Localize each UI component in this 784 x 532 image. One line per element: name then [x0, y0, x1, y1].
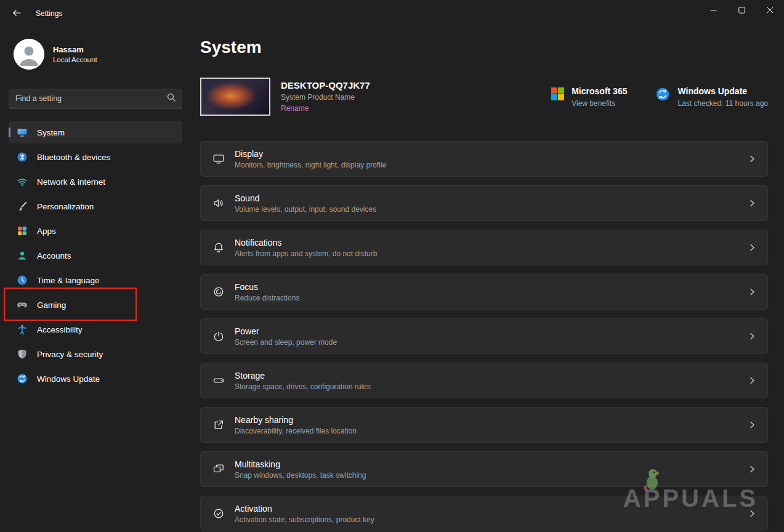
settings-row-sound[interactable]: Sound Volume levels, output, input, soun…	[200, 185, 768, 221]
settings-row-multitasking[interactable]: Multitasking Snap windows, desktops, tas…	[200, 451, 768, 487]
main-content: System DESKTOP-QQ7JK77 System Product Na…	[191, 27, 784, 532]
windows-update-subtitle: Last checked: 11 hours ago	[677, 99, 768, 108]
time-language-icon	[17, 275, 28, 286]
sidebar-item-accounts[interactable]: Accounts	[9, 244, 182, 267]
sidebar-item-accessibility[interactable]: Accessibility	[9, 318, 182, 341]
minimize-icon	[710, 6, 717, 15]
sidebar-item-network-internet[interactable]: Network & internet	[9, 171, 182, 193]
apps-icon	[17, 225, 28, 236]
row-subtitle: Activation state, subscriptions, product…	[235, 515, 374, 524]
sidebar-item-time-language[interactable]: Time & language	[9, 269, 182, 291]
sidebar-item-label: Network & internet	[37, 177, 105, 187]
maximize-button[interactable]	[727, 0, 756, 21]
row-subtitle: Discoverability, received files location	[235, 427, 357, 435]
settings-row-nearby-sharing[interactable]: Nearby sharing Discoverability, received…	[200, 407, 768, 443]
device-name: DESKTOP-QQ7JK77	[281, 80, 370, 91]
sidebar-item-label: Accounts	[37, 251, 71, 260]
windows-update-icon	[17, 373, 28, 384]
windows-update-card[interactable]: Windows Update Last checked: 11 hours ag…	[655, 86, 768, 108]
row-subtitle: Screen and sleep, power mode	[235, 338, 337, 347]
sidebar-item-label: Bluetooth & devices	[37, 153, 110, 162]
microsoft-365-subtitle: View benefits	[572, 99, 627, 108]
sidebar: Hassam Local Account System Bluetooth & …	[0, 27, 191, 532]
sidebar-item-privacy-security[interactable]: Privacy & security	[9, 343, 182, 365]
sidebar-item-label: Personalization	[37, 202, 94, 211]
multitasking-icon	[212, 463, 225, 475]
nearby-sharing-icon	[212, 419, 225, 431]
accessibility-icon	[17, 324, 28, 335]
window-title: Settings	[36, 9, 62, 18]
settings-row-notifications[interactable]: Notifications Alerts from apps and syste…	[200, 230, 768, 265]
privacy-security-icon	[17, 349, 28, 360]
chevron-right-icon	[748, 199, 756, 208]
row-subtitle: Storage space, drives, configuration rul…	[235, 382, 371, 391]
settings-list: Display Monitors, brightness, night ligh…	[200, 141, 768, 531]
window-controls	[699, 0, 784, 21]
sidebar-item-system[interactable]: System	[9, 121, 182, 143]
device-header: DESKTOP-QQ7JK77 System Product Name Rena…	[200, 76, 768, 118]
sidebar-item-label: Apps	[37, 227, 56, 236]
rename-link[interactable]: Rename	[281, 104, 309, 113]
account-type: Local Account	[53, 56, 97, 63]
device-product-name: System Product Name	[281, 93, 370, 102]
user-name: Hassam	[53, 45, 97, 54]
sidebar-item-personalization[interactable]: Personalization	[9, 195, 182, 217]
maximize-icon	[738, 6, 745, 15]
chevron-right-icon	[748, 243, 756, 252]
row-subtitle: Reduce distractions	[235, 294, 299, 302]
storage-icon	[212, 374, 225, 387]
search-icon	[167, 93, 176, 104]
device-thumbnail	[200, 78, 270, 116]
chevron-right-icon	[748, 465, 756, 474]
sidebar-item-gaming[interactable]: Gaming	[9, 294, 182, 316]
bluetooth-icon	[17, 151, 28, 163]
sidebar-item-label: Accessibility	[37, 325, 83, 334]
row-subtitle: Alerts from apps and system, do not dist…	[235, 249, 377, 258]
search-input[interactable]	[15, 94, 167, 103]
personalization-icon	[17, 201, 28, 212]
row-title: Focus	[235, 282, 299, 292]
microsoft-logo	[551, 87, 564, 100]
sidebar-item-apps[interactable]: Apps	[9, 220, 182, 242]
avatar	[14, 39, 44, 70]
minimize-button[interactable]	[699, 0, 727, 21]
row-title: Storage	[235, 371, 371, 381]
notifications-icon	[212, 241, 225, 254]
settings-row-activation[interactable]: Activation Activation state, subscriptio…	[200, 496, 768, 531]
row-subtitle: Snap windows, desktops, task switching	[235, 471, 366, 480]
user-profile: Hassam Local Account	[14, 38, 182, 70]
row-title: Multitasking	[235, 459, 366, 469]
titlebar: Settings	[0, 0, 784, 27]
settings-row-focus[interactable]: Focus Reduce distractions	[200, 274, 768, 310]
back-button[interactable]	[6, 4, 27, 23]
back-arrow-icon	[12, 8, 22, 20]
sidebar-item-label: System	[37, 128, 65, 137]
row-title: Activation	[235, 504, 374, 514]
row-subtitle: Volume levels, output, input, sound devi…	[235, 205, 376, 214]
search-box[interactable]	[9, 89, 182, 108]
sidebar-item-windows-update[interactable]: Windows Update	[9, 368, 182, 390]
settings-row-power[interactable]: Power Screen and sleep, power mode	[200, 318, 768, 354]
sidebar-item-label: Privacy & security	[37, 350, 103, 359]
system-icon	[17, 127, 28, 138]
chevron-right-icon	[748, 332, 756, 341]
power-icon	[212, 330, 225, 342]
row-title: Display	[235, 149, 386, 159]
sidebar-item-label: Windows Update	[37, 374, 100, 384]
row-title: Notifications	[235, 238, 377, 248]
microsoft-365-card[interactable]: Microsoft 365 View benefits	[551, 86, 627, 108]
sidebar-item-bluetooth-devices[interactable]: Bluetooth & devices	[9, 146, 182, 168]
sidebar-nav: System Bluetooth & devices Network & int…	[9, 121, 182, 390]
close-button[interactable]	[756, 0, 784, 21]
row-title: Sound	[235, 193, 376, 203]
settings-row-display[interactable]: Display Monitors, brightness, night ligh…	[200, 141, 768, 177]
settings-row-storage[interactable]: Storage Storage space, drives, configura…	[200, 363, 768, 398]
focus-icon	[212, 286, 225, 298]
windows-update-title: Windows Update	[677, 86, 768, 96]
row-subtitle: Monitors, brightness, night light, displ…	[235, 161, 386, 169]
sidebar-item-label: Time & language	[37, 276, 100, 285]
chevron-right-icon	[748, 509, 756, 518]
chevron-right-icon	[748, 421, 756, 429]
activation-icon	[212, 507, 225, 520]
microsoft-365-title: Microsoft 365	[572, 86, 627, 96]
